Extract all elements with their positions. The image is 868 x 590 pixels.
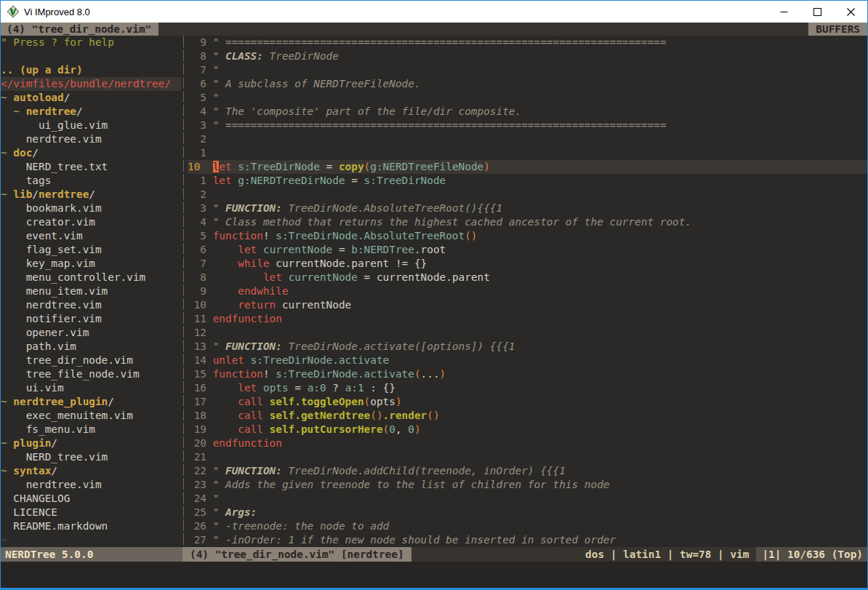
line-number: 5: [188, 91, 213, 105]
tree-item[interactable]: ~ nerdtree/: [1, 105, 181, 119]
tree-item[interactable]: tags: [1, 174, 181, 188]
tree-item[interactable]: LICENCE: [1, 506, 181, 519]
tree-item[interactable]: NERD_tree.vim: [1, 450, 181, 464]
code-line[interactable]: 6 " A subclass of NERDTreeFileNode.: [188, 77, 867, 91]
tree-item[interactable]: " Press ? for help: [1, 36, 181, 49]
tree-item[interactable]: nerdtree.vim: [1, 298, 181, 312]
tree-item[interactable]: ~ doc/: [1, 146, 181, 160]
code-line[interactable]: 14 unlet s:TreeDirNode.activate: [188, 354, 867, 367]
maximize-button[interactable]: [800, 1, 834, 23]
tree-item[interactable]: event.vim: [1, 229, 181, 243]
code-line[interactable]: 17 call self.toggleOpen(opts): [188, 395, 867, 409]
tree-item[interactable]: flag_set.vim: [1, 243, 181, 257]
tree-item[interactable]: fs_menu.vim: [1, 423, 181, 436]
tree-item[interactable]: tree_file_node.vim: [1, 367, 181, 381]
syntax-segment: README.markdown: [13, 520, 108, 532]
syntax-segment: /: [76, 105, 83, 117]
code-line[interactable]: 24 ": [188, 492, 867, 506]
syntax-segment: currentNode: [263, 244, 332, 255]
code-line[interactable]: 20 endfunction: [188, 436, 867, 450]
code-line[interactable]: 19 call self.putCursorHere(0, 0): [188, 423, 867, 436]
tree-item[interactable]: README.markdown: [1, 519, 181, 533]
minimize-button[interactable]: [767, 1, 800, 23]
code-line[interactable]: 7 ": [188, 63, 867, 77]
code-line[interactable]: 3 " FUNCTION: TreeDirNode.AbsoluteTreeRo…: [188, 202, 867, 215]
code-line[interactable]: 27 " -inOrder: 1 if the new node should …: [188, 533, 867, 547]
close-button[interactable]: [834, 1, 867, 23]
tab-current[interactable]: (4) "tree_dir_node.vim": [1, 23, 158, 36]
command-line[interactable]: [1, 562, 867, 588]
code-line[interactable]: 5 ": [188, 91, 867, 105]
code-line[interactable]: 7 while currentNode.parent != {}: [188, 257, 867, 271]
syntax-segment: [1, 105, 13, 117]
code-line[interactable]: 6 let currentNode = b:NERDTree.root: [188, 243, 867, 257]
line-number: 26: [188, 519, 213, 533]
tabline-spacer: [158, 23, 808, 36]
code-line[interactable]: 23 " Adds the given treenode to the list…: [188, 478, 867, 492]
tree-root-item[interactable]: </vimfiles/bundle/nerdtree/: [1, 77, 181, 91]
tree-item[interactable]: ~ autoload/: [1, 91, 181, 105]
code-line[interactable]: 9 endwhile: [188, 284, 867, 298]
tree-item[interactable]: menu_controller.vim: [1, 271, 181, 284]
syntax-segment: bookmark.vim: [26, 202, 102, 214]
tree-item[interactable]: menu_item.vim: [1, 284, 181, 298]
syntax-segment: nerdtree.vim: [26, 479, 102, 490]
tree-item[interactable]: creator.vim: [1, 215, 181, 229]
code-line[interactable]: 25 " Args:: [188, 506, 867, 519]
syntax-segment: TreeDirNode: [263, 50, 339, 62]
tree-item[interactable]: notifier.vim: [1, 312, 181, 326]
tree-item[interactable]: tree_dir_node.vim: [1, 354, 181, 367]
tree-item[interactable]: ~: [1, 533, 181, 547]
code-line[interactable]: 18 call self.getNerdtree().render(): [188, 409, 867, 423]
syntax-segment: opts: [263, 382, 289, 394]
tree-item[interactable]: ~ nerdtree_plugin/: [1, 395, 181, 409]
tree-item[interactable]: nerdtree.vim: [1, 478, 181, 492]
line-number: 7: [188, 257, 213, 271]
code-line[interactable]: 8 " CLASS: TreeDirNode: [188, 49, 867, 63]
code-line[interactable]: 9 " ====================================…: [188, 36, 867, 49]
code-line[interactable]: 16 let opts = a:0 ? a:1 : {}: [188, 381, 867, 395]
tree-item[interactable]: CHANGELOG: [1, 492, 181, 506]
syntax-segment: NERD_tree.vim: [26, 451, 108, 463]
tree-item[interactable]: ui_glue.vim: [1, 119, 181, 132]
tree-item[interactable]: [1, 49, 181, 63]
tree-item[interactable]: nerdtree.vim: [1, 132, 181, 146]
code-line[interactable]: 2: [188, 188, 867, 202]
syntax-segment: /: [64, 92, 71, 103]
tree-item[interactable]: ~ syntax/: [1, 464, 181, 478]
window-separator[interactable]: [181, 36, 188, 547]
tree-item[interactable]: key_map.vim: [1, 257, 181, 271]
code-line[interactable]: 3 " ====================================…: [188, 119, 867, 132]
tree-item[interactable]: ui.vim: [1, 381, 181, 395]
syntax-segment: /: [89, 188, 95, 200]
code-line[interactable]: 8 let currentNode = currentNode.parent: [188, 271, 867, 284]
tree-item[interactable]: bookmark.vim: [1, 202, 181, 215]
code-line[interactable]: 26 " -treenode: the node to add: [188, 519, 867, 533]
code-line[interactable]: 2: [188, 132, 867, 146]
code-line[interactable]: 4 " Class method that returns the highes…: [188, 215, 867, 229]
tree-item[interactable]: ~ lib/nerdtree/: [1, 188, 181, 202]
code-line[interactable]: 11 endfunction: [188, 312, 867, 326]
code-line[interactable]: 1 let g:NERDTreeDirNode = s:TreeDirNode: [188, 174, 867, 188]
syntax-segment: ": [213, 92, 220, 103]
code-line[interactable]: 10 let s:TreeDirNode = copy(g:NERDTreeFi…: [188, 160, 867, 174]
tree-item[interactable]: .. (up a dir): [1, 63, 181, 77]
line-number: 9: [188, 36, 213, 49]
tree-item[interactable]: exec_menuitem.vim: [1, 409, 181, 423]
tree-item[interactable]: NERD_tree.txt: [1, 160, 181, 174]
code-line[interactable]: 12: [188, 326, 867, 340]
syntax-segment: (): [370, 410, 382, 421]
code-line[interactable]: 13 " FUNCTION: TreeDirNode.activate([opt…: [188, 340, 867, 354]
code-line[interactable]: 22 " FUNCTION: TreeDirNode.addChild(tree…: [188, 464, 867, 478]
minimize-icon: [780, 8, 788, 16]
code-line[interactable]: 15 function! s:TreeDirNode.activate(...): [188, 367, 867, 381]
tree-item[interactable]: opener.vim: [1, 326, 181, 340]
tree-item[interactable]: path.vim: [1, 340, 181, 354]
code-line[interactable]: 5 function! s:TreeDirNode.AbsoluteTreeRo…: [188, 229, 867, 243]
syntax-segment: doc: [13, 147, 32, 159]
code-line[interactable]: 10 return currentNode: [188, 298, 867, 312]
tree-item[interactable]: ~ plugin/: [1, 436, 181, 450]
code-line[interactable]: 21: [188, 450, 867, 464]
code-line[interactable]: 1: [188, 146, 867, 160]
code-line[interactable]: 4 " The 'composite' part of the file/dir…: [188, 105, 867, 119]
